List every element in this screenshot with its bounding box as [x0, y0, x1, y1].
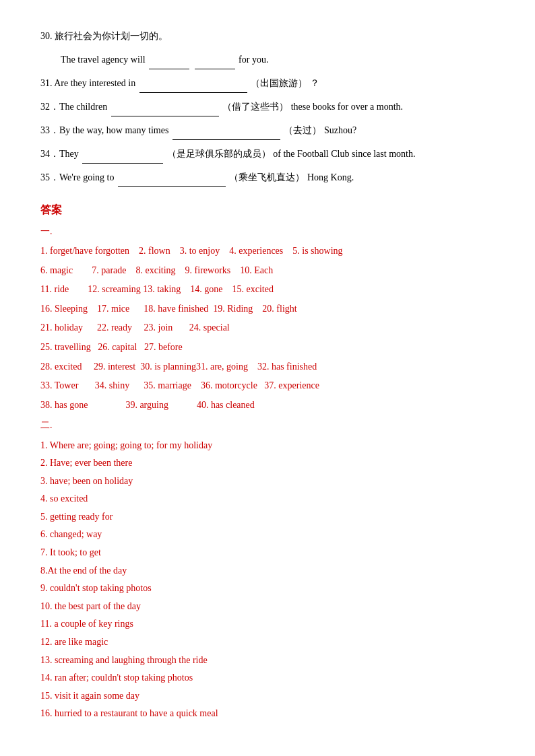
q30-en-suffix: for you.	[239, 55, 268, 65]
answer-item-12: 12. are like magic	[40, 633, 495, 652]
q34-hint: （是足球俱乐部的成员）	[167, 149, 271, 159]
q33-blank[interactable]	[172, 121, 280, 140]
answer-row-8: 33. Tower 34. shiny 35. marriage 36. mot…	[40, 377, 495, 395]
part2-label: 二.	[40, 417, 495, 434]
answer-item-11: 11. a couple of key rings	[40, 615, 495, 633]
answer-item-7: 7. It took; to get	[40, 544, 495, 562]
question-34: 34．They （是足球俱乐部的成员） of the Football Club…	[40, 144, 495, 164]
q33-hint: （去过）	[284, 125, 321, 135]
answer-item-14: 14. ran after; couldn't stop taking phot…	[40, 669, 495, 687]
q34-prefix: 34．They	[40, 149, 79, 159]
question-32: 32．The children （借了这些书） these books for …	[40, 97, 495, 116]
answer-row-2: 6. magic 7. parade 8. exciting 9. firewo…	[40, 262, 495, 280]
answer-row-7: 28. excited 29. interest 30. is planning…	[40, 358, 495, 376]
q34-blank[interactable]	[82, 144, 163, 164]
q30-blank1[interactable]	[149, 50, 189, 69]
q31-blank[interactable]	[139, 73, 247, 93]
answer-item-15: 15. visit it again some day	[40, 687, 495, 706]
answer-row-4: 16. Sleeping 17. mice 18. have finished …	[40, 300, 495, 318]
question-30: 30. 旅行社会为你计划一切的。	[40, 27, 495, 46]
q35-prefix: 35．We're going to	[40, 172, 114, 182]
q30-cn: 30. 旅行社会为你计划一切的。	[40, 31, 168, 41]
answer-item-1: 1. Where are; going; going to; for my ho…	[40, 437, 495, 455]
questions-section: 30. 旅行社会为你计划一切的。 The travel agency will …	[40, 27, 495, 187]
q31-suffix: ？	[310, 78, 319, 88]
q32-prefix: 32．The children	[40, 102, 107, 112]
answer-row-6: 25. travelling 26. capital 27. before	[40, 339, 495, 357]
answer-section: 答案 一. 1. forget/have forgotten 2. flown …	[40, 201, 495, 723]
answer-row-3: 11. ride 12. screaming 13. taking 14. go…	[40, 281, 495, 299]
answer-item-13: 13. screaming and laughing through the r…	[40, 652, 495, 670]
answer-item-4: 4. so excited	[40, 490, 495, 508]
question-33: 33．By the way, how many times （去过） Suzho…	[40, 121, 495, 140]
q35-suffix: Hong Kong.	[307, 172, 354, 182]
question-30-en: The travel agency will for you.	[61, 50, 495, 69]
answer-item-6: 6. changed; way	[40, 526, 495, 544]
q31-hint: （出国旅游）	[251, 78, 307, 88]
q32-suffix: these books for over a month.	[291, 102, 403, 112]
answer-row-5: 21. holiday 22. ready 23. join 24. speci…	[40, 319, 495, 337]
q35-blank[interactable]	[118, 168, 226, 187]
q32-blank[interactable]	[111, 97, 219, 116]
part1-label: 一.	[40, 223, 495, 240]
answer-title: 答案	[40, 201, 495, 220]
question-31: 31. Are they interested in （出国旅游） ？	[40, 73, 495, 93]
answer-row-9: 38. has gone 39. arguing 40. has cleaned	[40, 397, 495, 415]
answer-item-16: 16. hurried to a restaurant to have a qu…	[40, 705, 495, 723]
answer-item-8: 8.At the end of the day	[40, 562, 495, 580]
answer-item-2: 2. Have; ever been there	[40, 454, 495, 473]
q30-en-prefix: The travel agency will	[61, 55, 146, 65]
q35-hint: （乘坐飞机直达）	[229, 172, 305, 182]
answer-item-3: 3. have; been on holiday	[40, 473, 495, 491]
q33-prefix: 33．By the way, how many times	[40, 125, 168, 135]
q34-suffix: of the Football Club since last month.	[273, 149, 415, 159]
answer-item-9: 9. couldn't stop taking photos	[40, 580, 495, 598]
q31-prefix: 31. Are they interested in	[40, 78, 135, 88]
q30-blank2[interactable]	[195, 50, 235, 69]
q33-suffix: Suzhou?	[324, 125, 356, 135]
q32-hint: （借了这些书）	[222, 102, 288, 112]
answer-item-5: 5. getting ready for	[40, 508, 495, 526]
answer-row-1: 1. forget/have forgotten 2. flown 3. to …	[40, 242, 495, 261]
answer-item-10: 10. the best part of the day	[40, 598, 495, 616]
question-35: 35．We're going to （乘坐飞机直达） Hong Kong.	[40, 168, 495, 187]
